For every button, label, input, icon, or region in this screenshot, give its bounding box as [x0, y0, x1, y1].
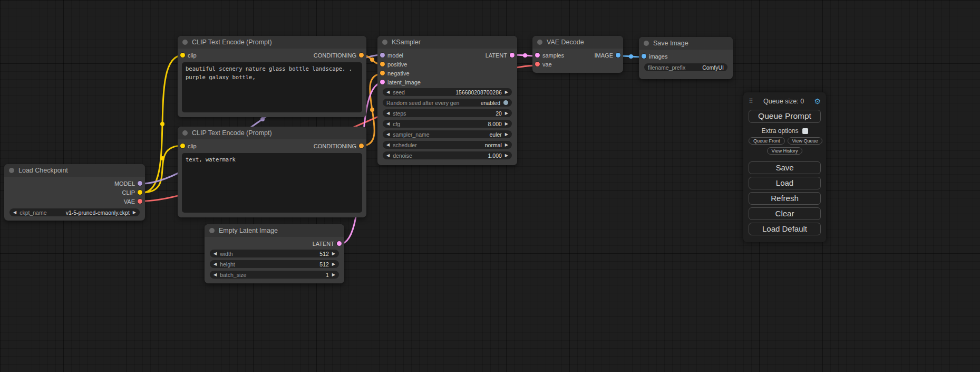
save-button[interactable]: Save [749, 161, 821, 174]
decrement-arrow-icon[interactable]: ◀ [386, 111, 390, 116]
node-vae-decode[interactable]: VAE Decode samples IMAGE vae [532, 36, 623, 73]
decrement-arrow-icon[interactable]: ◀ [214, 262, 217, 266]
width-widget[interactable]: ◀ width 512 ▶ [210, 250, 339, 257]
latent-output-slot[interactable] [337, 241, 342, 246]
widget-value: ComfyUI [702, 64, 724, 71]
samples-input-slot[interactable] [535, 53, 540, 58]
link-midpoint-dot [629, 54, 633, 59]
positive-input-slot[interactable] [380, 62, 385, 66]
latent-output-slot[interactable] [510, 53, 515, 58]
increment-arrow-icon[interactable]: ▶ [505, 132, 508, 137]
node-clip-text-encode-positive[interactable]: CLIP Text Encode (Prompt) clip CONDITION… [178, 36, 366, 117]
node-header[interactable]: Save Image [639, 37, 733, 50]
decrement-arrow-icon[interactable]: ◀ [386, 154, 390, 158]
vae-input-slot[interactable] [535, 62, 540, 66]
increment-arrow-icon[interactable]: ▶ [505, 111, 508, 116]
input-label: positive [387, 61, 407, 68]
latent-image-input-slot[interactable] [380, 80, 385, 84]
prompt-textarea[interactable]: text, watermark [182, 153, 362, 213]
sampler-name-widget[interactable]: ◀ sampler_name euler ▶ [383, 130, 512, 138]
refresh-button[interactable]: Refresh [749, 192, 821, 205]
model-output-slot[interactable] [138, 181, 142, 186]
node-clip-text-encode-negative[interactable]: CLIP Text Encode (Prompt) clip CONDITION… [178, 127, 366, 217]
prompt-textarea[interactable]: beautiful scenery nature glass bottle la… [182, 62, 362, 112]
view-history-button[interactable]: View History [767, 147, 803, 155]
node-header[interactable]: CLIP Text Encode (Prompt) [178, 127, 366, 139]
cfg-widget[interactable]: ◀ cfg 8.000 ▶ [383, 120, 512, 128]
collapse-dot-icon[interactable] [382, 40, 387, 45]
collapse-dot-icon[interactable] [9, 168, 14, 173]
steps-widget[interactable]: ◀ steps 20 ▶ [383, 109, 512, 117]
increment-arrow-icon[interactable]: ▶ [505, 90, 508, 94]
images-input-slot[interactable] [642, 54, 646, 59]
drag-handle-icon[interactable]: ⠿ [749, 98, 753, 105]
scheduler-widget[interactable]: ◀ scheduler normal ▶ [383, 141, 512, 149]
clip-input-slot[interactable] [180, 53, 185, 58]
clip-input-slot[interactable] [180, 144, 185, 148]
vae-output-slot[interactable] [138, 199, 142, 204]
decrement-arrow-icon[interactable]: ◀ [386, 122, 390, 126]
clip-output-slot[interactable] [138, 190, 142, 195]
link-midpoint-dot [160, 122, 164, 126]
view-queue-button[interactable]: View Queue [788, 137, 823, 145]
node-header[interactable]: CLIP Text Encode (Prompt) [178, 36, 366, 49]
collapse-dot-icon[interactable] [209, 228, 215, 233]
settings-gear-icon[interactable]: ⚙ [814, 97, 821, 106]
node-ksampler[interactable]: KSampler model LATENT positive negative … [377, 36, 517, 165]
widget-value: enabled [481, 100, 500, 106]
collapse-dot-icon[interactable] [644, 41, 649, 46]
negative-input-slot[interactable] [380, 71, 385, 75]
node-save-image[interactable]: Save Image images filename_prefix ComfyU… [639, 37, 733, 79]
conditioning-output-slot[interactable] [359, 53, 364, 58]
collapse-dot-icon[interactable] [182, 40, 188, 45]
denoise-widget[interactable]: ◀ denoise 1.000 ▶ [383, 151, 512, 159]
node-header[interactable]: Load Checkpoint [4, 164, 145, 177]
load-button[interactable]: Load [749, 177, 821, 189]
increment-arrow-icon[interactable]: ▶ [133, 211, 136, 215]
node-empty-latent-image[interactable]: Empty Latent Image LATENT ◀ width 512 ▶ … [205, 224, 344, 283]
increment-arrow-icon[interactable]: ▶ [332, 252, 335, 256]
clear-button[interactable]: Clear [749, 207, 821, 220]
increment-arrow-icon[interactable]: ▶ [332, 273, 335, 277]
widget-value: 1.000 [488, 152, 502, 159]
decrement-arrow-icon[interactable]: ◀ [214, 273, 217, 277]
random-seed-toggle[interactable] [503, 100, 508, 105]
decrement-arrow-icon[interactable]: ◀ [386, 132, 390, 137]
batch-size-widget[interactable]: ◀ batch_size 1 ▶ [210, 271, 339, 279]
increment-arrow-icon[interactable]: ▶ [505, 122, 508, 126]
model-input-slot[interactable] [380, 53, 385, 58]
widget-label: seed [393, 89, 405, 96]
load-default-button[interactable]: Load Default [749, 223, 821, 235]
collapse-dot-icon[interactable] [182, 130, 188, 136]
node-title: Empty Latent Image [219, 227, 278, 234]
link-midpoint-dot [160, 156, 164, 160]
random-seed-widget[interactable]: Random seed after every gen enabled [383, 99, 512, 107]
seed-widget[interactable]: ◀ seed 156680208700286 ▶ [383, 88, 512, 96]
height-widget[interactable]: ◀ height 512 ▶ [210, 260, 339, 268]
collapse-dot-icon[interactable] [537, 40, 542, 45]
link-midpoint-dot [523, 53, 527, 58]
increment-arrow-icon[interactable]: ▶ [505, 154, 508, 158]
node-header[interactable]: KSampler [377, 36, 517, 49]
image-output-slot[interactable] [616, 53, 620, 58]
widget-label: filename_prefix [648, 64, 685, 71]
node-header[interactable]: VAE Decode [532, 36, 623, 49]
node-header[interactable]: Empty Latent Image [205, 224, 344, 237]
queue-prompt-button[interactable]: Queue Prompt [749, 110, 821, 123]
decrement-arrow-icon[interactable]: ◀ [386, 90, 390, 94]
comfy-menu[interactable]: ⠿ Queue size: 0 ⚙ Queue Prompt Extra opt… [743, 92, 826, 242]
output-label: IMAGE [595, 52, 613, 59]
decrement-arrow-icon[interactable]: ◀ [13, 211, 16, 215]
conditioning-output-slot[interactable] [359, 144, 364, 148]
queue-front-button[interactable]: Queue Front [749, 137, 785, 145]
increment-arrow-icon[interactable]: ▶ [332, 262, 335, 266]
ckpt-name-widget[interactable]: ◀ ckpt_name v1-5-pruned-emaonly.ckpt ▶ [9, 208, 140, 216]
decrement-arrow-icon[interactable]: ◀ [386, 143, 390, 147]
increment-arrow-icon[interactable]: ▶ [505, 143, 508, 147]
output-label: LATENT [486, 52, 507, 59]
extra-options-checkbox[interactable] [802, 128, 808, 134]
widget-value: 512 [319, 261, 329, 268]
filename-prefix-widget[interactable]: filename_prefix ComfyUI [644, 63, 727, 71]
decrement-arrow-icon[interactable]: ◀ [214, 252, 217, 256]
node-load-checkpoint[interactable]: Load Checkpoint MODEL CLIP VAE ◀ ckpt_na… [4, 164, 145, 221]
